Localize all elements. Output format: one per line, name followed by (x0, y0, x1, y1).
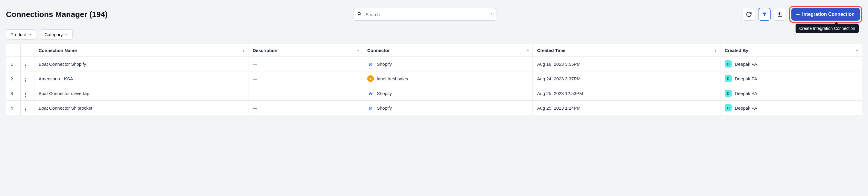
table-row: 2Americana - KSA—label.freshsalesAug 24,… (6, 71, 862, 86)
sort-icon: ▼ (242, 49, 245, 52)
cell-created-by: DDeepak PA (720, 71, 862, 86)
col-created-by-header[interactable]: Created By ▼ (720, 44, 862, 57)
refresh-button[interactable] (743, 8, 755, 21)
freshsales-icon (367, 75, 374, 82)
columns-icon (777, 11, 783, 17)
page-title: Connections Manager (194) (6, 10, 108, 19)
row-number: 2 (6, 71, 21, 86)
search-shortcut: / (489, 12, 494, 17)
cell-description: — (248, 101, 363, 115)
cell-created-time: Aug 24, 2023 3:37PM (533, 71, 720, 86)
chevron-down-icon (28, 33, 31, 36)
search-container: / (353, 8, 497, 21)
row-menu[interactable] (21, 57, 34, 71)
cell-connector: Shopify (363, 57, 533, 71)
connections-table: Connection Name ▼ Description ▼ Connecto… (6, 44, 862, 115)
search-input[interactable] (353, 8, 497, 21)
cell-created-by: DDeepak PA (720, 86, 862, 101)
cta-label: Integration Connection (802, 12, 855, 17)
product-filter-label: Product (10, 32, 26, 37)
cell-name: Boat Connector Shiprocket (34, 101, 248, 115)
shopify-icon (367, 90, 374, 96)
plus-icon (796, 12, 800, 17)
col-num-header (6, 44, 21, 57)
sort-icon: ▼ (526, 49, 530, 52)
cell-connector: label.freshsales (363, 71, 533, 86)
kebab-icon (25, 64, 26, 68)
cell-connector: Shopify (363, 86, 533, 101)
sort-icon: ▼ (714, 49, 717, 52)
col-created-time-label: Created Time (537, 48, 565, 53)
col-name-label: Connection Name (39, 48, 77, 53)
cell-name: Americana - KSA (34, 71, 248, 86)
avatar: D (725, 90, 732, 97)
row-number: 1 (6, 57, 21, 71)
category-filter-label: Category (44, 32, 63, 37)
columns-button[interactable] (774, 8, 786, 21)
filter-chips: Product Category (6, 29, 862, 40)
toolbar: Connections Manager (194) / Integration … (6, 6, 862, 23)
chevron-down-icon (65, 33, 68, 36)
category-filter[interactable]: Category (40, 29, 73, 40)
cell-description: — (248, 57, 363, 71)
col-created-by-label: Created By (725, 48, 748, 53)
cell-created-time: Aug 18, 2023 3:55PM (533, 57, 720, 71)
cell-description: — (248, 71, 363, 86)
avatar: D (725, 75, 732, 82)
shopify-icon (367, 105, 374, 111)
cta-tooltip: Create Integration Connection (796, 24, 859, 33)
kebab-icon (25, 93, 26, 97)
table-row: 1Boat Connector Shopify—ShopifyAug 18, 2… (6, 57, 862, 71)
col-connector-header[interactable]: Connector ▼ (363, 44, 533, 57)
add-connection-button[interactable]: Integration Connection (792, 8, 860, 21)
row-menu[interactable] (21, 101, 34, 115)
col-description-label: Description (253, 48, 277, 53)
product-filter[interactable]: Product (6, 29, 36, 40)
row-number: 3 (6, 86, 21, 101)
cell-name: Boat Connector Shopify (34, 57, 248, 71)
avatar: D (725, 104, 732, 111)
refresh-icon (746, 11, 752, 17)
sort-icon: ▼ (356, 49, 360, 52)
cell-connector: Shopify (363, 101, 533, 115)
cell-created-by: DDeepak PA (720, 57, 862, 71)
cell-created-by: DDeepak PA (720, 101, 862, 115)
filter-button[interactable] (758, 8, 771, 21)
cell-description: — (248, 86, 363, 101)
col-description-header[interactable]: Description ▼ (248, 44, 363, 57)
cell-created-time: Aug 25, 2023 1:24PM (533, 101, 720, 115)
cell-created-time: Aug 25, 2023 12:53PM (533, 86, 720, 101)
cta-highlight: Integration Connection Create Integratio… (789, 6, 862, 23)
col-name-header[interactable]: Connection Name ▼ (34, 44, 248, 57)
filter-icon (762, 11, 768, 17)
kebab-icon (25, 78, 26, 82)
search-icon (358, 12, 362, 17)
row-number: 4 (6, 101, 21, 115)
toolbar-actions: Integration Connection Create Integratio… (743, 6, 862, 23)
cell-name: Boat Connector clevertap (34, 86, 248, 101)
avatar: D (725, 61, 732, 68)
svg-point-0 (358, 12, 360, 15)
col-created-time-header[interactable]: Created Time ▼ (533, 44, 720, 57)
shopify-icon (367, 61, 374, 67)
table-row: 4Boat Connector Shiprocket—ShopifyAug 25… (6, 101, 862, 115)
sort-icon: ▼ (856, 49, 859, 52)
table-row: 3Boat Connector clevertap—ShopifyAug 25,… (6, 86, 862, 101)
row-menu[interactable] (21, 71, 34, 86)
col-menu-header (21, 44, 34, 57)
kebab-icon (25, 108, 26, 111)
row-menu[interactable] (21, 86, 34, 101)
col-connector-label: Connector (367, 48, 390, 53)
svg-line-1 (360, 14, 361, 15)
table-header-row: Connection Name ▼ Description ▼ Connecto… (6, 44, 862, 57)
